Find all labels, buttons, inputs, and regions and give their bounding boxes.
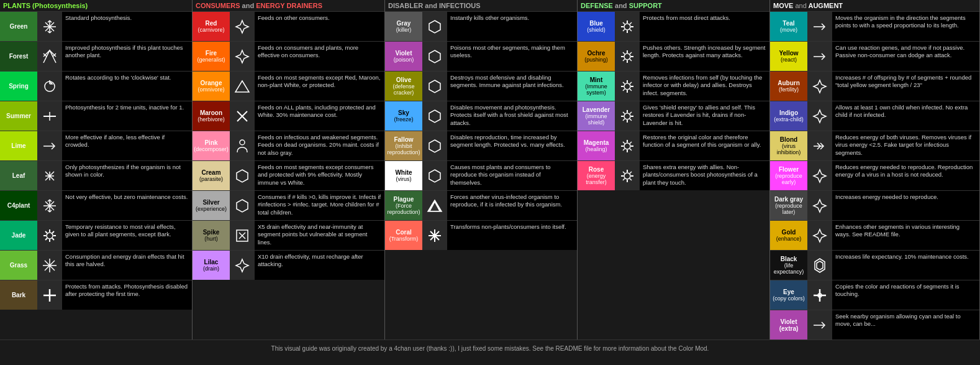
gear2-icon <box>615 101 640 131</box>
rotate-icon <box>37 72 62 101</box>
svg-line-84 <box>623 59 625 61</box>
entry-description: Feeds on ALL plants, including protected… <box>255 101 384 131</box>
entry-disabler-0: Gray(killer) Instantly kills other organ… <box>385 11 577 41</box>
entry-sub: (copy colors) <box>773 295 805 302</box>
col-move-header: MOVE and AUGMENT <box>770 0 979 11</box>
entry-name: Indigo <box>779 109 798 116</box>
entry-sub: (reproduce early) <box>773 173 805 185</box>
svg-line-35 <box>52 231 54 233</box>
entry-color-block: White(virus) <box>385 161 422 190</box>
entry-plants-5: Leaf Only photosynthesizes if the organi… <box>0 160 192 190</box>
entry-description: Can use reaction genes, and move if not … <box>832 42 979 71</box>
entry-disabler-5: White(virus) Causes most plants and cons… <box>385 160 577 190</box>
svg-point-77 <box>624 53 630 60</box>
columns-row: PLANTS (Photosynthesis) Green Standard p… <box>0 0 980 340</box>
svg-line-91 <box>623 82 625 84</box>
entry-description: Feeds on other consumers. <box>255 12 384 41</box>
svg-marker-51 <box>237 200 248 212</box>
svg-marker-59 <box>429 110 440 122</box>
cross2-icon <box>807 280 832 310</box>
entry-sub: (life expectancy) <box>773 262 805 275</box>
entry-sub: (immune shield) <box>580 113 612 126</box>
entry-sub: (enhance) <box>776 236 802 242</box>
entry-color-block: Leaf <box>0 161 37 190</box>
gear2-icon <box>615 42 640 71</box>
svg-line-76 <box>630 29 632 31</box>
gear-icon <box>37 221 62 250</box>
entry-move-8: Black(life expectancy) Increases life ex… <box>770 250 979 280</box>
entry-name: Ochre <box>588 50 606 57</box>
svg-line-112 <box>630 149 632 150</box>
svg-point-68 <box>624 24 630 30</box>
gear2-icon <box>615 131 640 160</box>
entry-description: Disables reproduction, time increased by… <box>447 131 577 160</box>
svg-line-109 <box>623 142 625 144</box>
svg-line-73 <box>623 22 625 24</box>
entry-color-block: Olive(defense cracker) <box>385 72 422 101</box>
entry-sub: (parasite) <box>199 176 223 182</box>
entry-move-3: Indigo(extra-child) Allows at least 1 ow… <box>770 101 979 131</box>
svg-marker-60 <box>429 140 440 152</box>
svg-line-100 <box>623 112 625 114</box>
svg-marker-127 <box>814 170 826 182</box>
entry-name: Lilac <box>204 259 219 266</box>
entry-description: Improved photosynthesis if this plant to… <box>62 42 192 71</box>
entry-name: Gold <box>782 229 796 236</box>
branch-icon <box>37 42 62 71</box>
entry-consumers-7: Spike(hurt) X5 drain effectivity and nea… <box>193 220 384 250</box>
entry-move-6: Dark gray(reproduce later) Increases ene… <box>770 190 979 220</box>
entry-move-5: Flower(reproduce early) Reduces energy n… <box>770 160 979 190</box>
entry-color-block: Fallow(Inhibit reproduction) <box>385 131 422 160</box>
entry-description: Standard photosynthesis. <box>62 12 192 41</box>
entry-move-9: Eye(copy colors) Copies the color and re… <box>770 280 979 310</box>
entry-color-block: Sky(freeze) <box>385 101 422 131</box>
svg-line-121 <box>630 178 632 180</box>
star4-icon <box>807 72 832 101</box>
entry-sub: (killer) <box>396 27 412 33</box>
svg-marker-46 <box>235 81 249 92</box>
arrow-r2-icon <box>807 131 832 160</box>
entry-color-block: Teal(move) <box>770 12 807 41</box>
entry-name: Summer <box>6 113 31 119</box>
svg-marker-128 <box>814 200 826 212</box>
entry-name: Violet (extra) <box>773 318 805 332</box>
entry-name: Plague <box>394 196 414 203</box>
entry-plants-6: C4plant Not very effective, but zero mai… <box>0 190 192 220</box>
entry-description: Consumption and energy drain effects tha… <box>62 251 192 280</box>
entry-sub: (experience) <box>196 206 227 212</box>
hex-icon <box>422 161 447 190</box>
svg-line-103 <box>630 119 632 121</box>
entry-name: Auburn <box>778 80 800 86</box>
star4-icon <box>230 12 255 41</box>
entry-description: Copies the color and reactions of segmen… <box>832 280 979 310</box>
entry-defense-5: Rose(energy transfer) Shares extra energ… <box>578 160 769 190</box>
entry-color-block: Pink(decomposer) <box>193 131 230 160</box>
entry-description: Destroys most defensive and disabling se… <box>447 72 577 101</box>
entry-description: Increases life expectancy. 10% maintenan… <box>832 251 979 280</box>
entry-color-block: Red(carnivore) <box>193 12 230 41</box>
entry-color-block: Gold(enhance) <box>770 221 807 250</box>
entry-name: Mint <box>590 76 603 83</box>
entry-color-block: Cream(parasite) <box>193 161 230 190</box>
svg-line-111 <box>623 149 625 150</box>
entry-color-block: Flower(reproduce early) <box>770 161 807 190</box>
entry-name: Orange <box>200 80 222 86</box>
entry-description: Feeds on consumers and plants, more effe… <box>255 42 384 71</box>
entry-color-block: Mint(Immune system) <box>578 72 615 101</box>
col-defense-header: DEFENSE and SUPPORT <box>578 0 769 11</box>
entry-sub: (drain) <box>203 266 219 272</box>
entry-description: Not very effective, but zero maintenance… <box>62 191 192 220</box>
entry-sub: (Immune system) <box>580 83 612 96</box>
entry-color-block: Lavender(immune shield) <box>578 101 615 131</box>
entry-color-block: Orange(omnivore) <box>193 72 230 101</box>
entry-description: Moves the organism in the direction the … <box>832 12 979 41</box>
svg-line-102 <box>623 119 625 121</box>
entry-defense-0: Blue(shield) Protects from most direct a… <box>578 11 769 41</box>
entry-sub: (carnivore) <box>197 27 224 33</box>
person-icon <box>230 131 255 160</box>
svg-line-101 <box>630 112 632 114</box>
entry-disabler-7: Coral(Transform) Transforms non-plants/c… <box>385 220 577 250</box>
entry-name: Green <box>10 23 28 30</box>
hex-icon <box>230 161 255 190</box>
entry-description: Feeds on most segments except Red, Maroo… <box>255 72 384 101</box>
